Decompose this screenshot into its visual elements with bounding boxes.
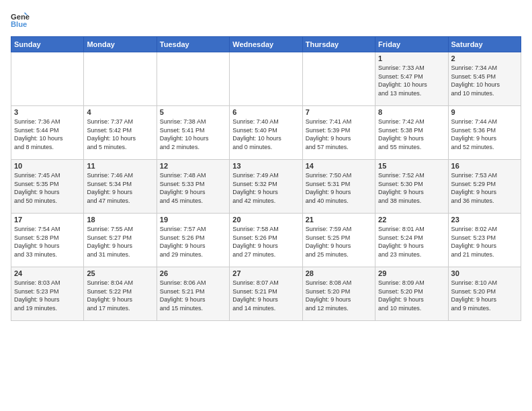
page-container: General Blue SundayMondayTuesdayWednesda… (0, 0, 532, 328)
calendar-week-row: 17Sunrise: 7:54 AM Sunset: 5:28 PM Dayli… (11, 214, 521, 267)
day-number: 25 (87, 269, 153, 277)
day-info: Sunrise: 7:46 AM Sunset: 5:34 PM Dayligh… (87, 171, 153, 205)
day-info: Sunrise: 8:09 AM Sunset: 5:20 PM Dayligh… (378, 279, 445, 312)
day-number: 1 (378, 54, 445, 62)
calendar-cell: 9Sunrise: 7:44 AM Sunset: 5:36 PM Daylig… (448, 106, 521, 160)
page-header: General Blue (11, 11, 521, 30)
calendar-cell (157, 52, 229, 106)
calendar-cell: 27Sunrise: 8:07 AM Sunset: 5:21 PM Dayli… (230, 267, 302, 321)
day-info: Sunrise: 7:52 AM Sunset: 5:30 PM Dayligh… (378, 171, 445, 205)
day-info: Sunrise: 8:08 AM Sunset: 5:20 PM Dayligh… (306, 279, 372, 312)
calendar-cell: 26Sunrise: 8:06 AM Sunset: 5:21 PM Dayli… (157, 267, 229, 321)
calendar-week-row: 1Sunrise: 7:33 AM Sunset: 5:47 PM Daylig… (11, 52, 521, 106)
day-number: 29 (378, 269, 445, 277)
calendar-cell: 10Sunrise: 7:45 AM Sunset: 5:35 PM Dayli… (11, 160, 84, 214)
calendar-cell: 5Sunrise: 7:38 AM Sunset: 5:41 PM Daylig… (157, 106, 229, 160)
calendar-header-row: SundayMondayTuesdayWednesdayThursdayFrid… (11, 37, 521, 52)
day-info: Sunrise: 7:59 AM Sunset: 5:25 PM Dayligh… (306, 225, 372, 259)
calendar-cell: 21Sunrise: 7:59 AM Sunset: 5:25 PM Dayli… (302, 214, 375, 267)
calendar-cell: 7Sunrise: 7:41 AM Sunset: 5:39 PM Daylig… (302, 106, 375, 160)
day-info: Sunrise: 7:49 AM Sunset: 5:32 PM Dayligh… (232, 171, 299, 205)
calendar-cell: 25Sunrise: 8:04 AM Sunset: 5:22 PM Dayli… (84, 267, 157, 321)
day-info: Sunrise: 8:02 AM Sunset: 5:23 PM Dayligh… (451, 225, 518, 259)
calendar-week-row: 3Sunrise: 7:36 AM Sunset: 5:44 PM Daylig… (11, 106, 521, 160)
day-info: Sunrise: 7:42 AM Sunset: 5:38 PM Dayligh… (378, 118, 445, 151)
column-header-wednesday: Wednesday (230, 37, 302, 52)
calendar-cell: 20Sunrise: 7:58 AM Sunset: 5:26 PM Dayli… (230, 214, 302, 267)
calendar-cell: 13Sunrise: 7:49 AM Sunset: 5:32 PM Dayli… (230, 160, 302, 214)
calendar-cell: 17Sunrise: 7:54 AM Sunset: 5:28 PM Dayli… (11, 214, 84, 267)
calendar-week-row: 24Sunrise: 8:03 AM Sunset: 5:23 PM Dayli… (11, 267, 521, 321)
day-number: 4 (87, 108, 153, 116)
calendar-cell: 23Sunrise: 8:02 AM Sunset: 5:23 PM Dayli… (448, 214, 521, 267)
calendar-cell: 1Sunrise: 7:33 AM Sunset: 5:47 PM Daylig… (375, 52, 448, 106)
day-number: 8 (378, 108, 445, 116)
day-number: 24 (14, 269, 81, 277)
day-number: 19 (160, 216, 226, 224)
day-number: 30 (451, 269, 518, 277)
day-info: Sunrise: 7:34 AM Sunset: 5:45 PM Dayligh… (451, 64, 518, 97)
column-header-thursday: Thursday (302, 37, 375, 52)
day-info: Sunrise: 8:06 AM Sunset: 5:21 PM Dayligh… (160, 279, 226, 312)
day-info: Sunrise: 7:44 AM Sunset: 5:36 PM Dayligh… (451, 118, 518, 151)
logo-icon: General Blue (11, 11, 30, 30)
svg-text:Blue: Blue (11, 20, 27, 28)
svg-text:General: General (11, 13, 30, 21)
day-info: Sunrise: 8:10 AM Sunset: 5:20 PM Dayligh… (451, 279, 518, 312)
day-info: Sunrise: 7:50 AM Sunset: 5:31 PM Dayligh… (306, 171, 372, 205)
day-number: 10 (14, 162, 81, 170)
day-number: 13 (232, 162, 299, 170)
calendar-cell: 3Sunrise: 7:36 AM Sunset: 5:44 PM Daylig… (11, 106, 84, 160)
day-number: 12 (160, 162, 226, 170)
day-info: Sunrise: 7:37 AM Sunset: 5:42 PM Dayligh… (87, 118, 153, 151)
day-info: Sunrise: 8:03 AM Sunset: 5:23 PM Dayligh… (14, 279, 81, 312)
calendar-cell: 14Sunrise: 7:50 AM Sunset: 5:31 PM Dayli… (302, 160, 375, 214)
calendar-cell (230, 52, 302, 106)
day-number: 27 (232, 269, 299, 277)
day-number: 11 (87, 162, 153, 170)
calendar-cell: 18Sunrise: 7:55 AM Sunset: 5:27 PM Dayli… (84, 214, 157, 267)
calendar-cell: 2Sunrise: 7:34 AM Sunset: 5:45 PM Daylig… (448, 52, 521, 106)
calendar-cell: 24Sunrise: 8:03 AM Sunset: 5:23 PM Dayli… (11, 267, 84, 321)
day-info: Sunrise: 7:45 AM Sunset: 5:35 PM Dayligh… (14, 171, 81, 205)
day-number: 5 (160, 108, 226, 116)
calendar-cell: 28Sunrise: 8:08 AM Sunset: 5:20 PM Dayli… (302, 267, 375, 321)
day-info: Sunrise: 8:07 AM Sunset: 5:21 PM Dayligh… (232, 279, 299, 312)
calendar-cell: 22Sunrise: 8:01 AM Sunset: 5:24 PM Dayli… (375, 214, 448, 267)
day-info: Sunrise: 7:36 AM Sunset: 5:44 PM Dayligh… (14, 118, 81, 151)
column-header-saturday: Saturday (448, 37, 521, 52)
logo: General Blue (11, 11, 32, 30)
day-number: 2 (451, 54, 518, 62)
calendar-week-row: 10Sunrise: 7:45 AM Sunset: 5:35 PM Dayli… (11, 160, 521, 214)
day-info: Sunrise: 7:57 AM Sunset: 5:26 PM Dayligh… (160, 225, 226, 259)
calendar-table: SundayMondayTuesdayWednesdayThursdayFrid… (11, 36, 521, 321)
day-number: 23 (451, 216, 518, 224)
calendar-cell: 11Sunrise: 7:46 AM Sunset: 5:34 PM Dayli… (84, 160, 157, 214)
day-info: Sunrise: 7:38 AM Sunset: 5:41 PM Dayligh… (160, 118, 226, 151)
day-number: 7 (306, 108, 372, 116)
day-number: 20 (232, 216, 299, 224)
day-info: Sunrise: 7:55 AM Sunset: 5:27 PM Dayligh… (87, 225, 153, 259)
calendar-cell: 4Sunrise: 7:37 AM Sunset: 5:42 PM Daylig… (84, 106, 157, 160)
day-info: Sunrise: 7:53 AM Sunset: 5:29 PM Dayligh… (451, 171, 518, 205)
calendar-cell: 8Sunrise: 7:42 AM Sunset: 5:38 PM Daylig… (375, 106, 448, 160)
calendar-cell: 19Sunrise: 7:57 AM Sunset: 5:26 PM Dayli… (157, 214, 229, 267)
calendar-cell (84, 52, 157, 106)
calendar-cell (11, 52, 84, 106)
day-number: 14 (306, 162, 372, 170)
calendar-cell (302, 52, 375, 106)
day-info: Sunrise: 8:04 AM Sunset: 5:22 PM Dayligh… (87, 279, 153, 312)
day-number: 17 (14, 216, 81, 224)
calendar-cell: 30Sunrise: 8:10 AM Sunset: 5:20 PM Dayli… (448, 267, 521, 321)
column-header-tuesday: Tuesday (157, 37, 229, 52)
day-number: 28 (306, 269, 372, 277)
day-number: 21 (306, 216, 372, 224)
column-header-friday: Friday (375, 37, 448, 52)
calendar-cell: 6Sunrise: 7:40 AM Sunset: 5:40 PM Daylig… (230, 106, 302, 160)
day-info: Sunrise: 7:33 AM Sunset: 5:47 PM Dayligh… (378, 64, 445, 97)
day-number: 15 (378, 162, 445, 170)
calendar-cell: 29Sunrise: 8:09 AM Sunset: 5:20 PM Dayli… (375, 267, 448, 321)
day-info: Sunrise: 7:54 AM Sunset: 5:28 PM Dayligh… (14, 225, 81, 259)
day-number: 6 (232, 108, 299, 116)
day-number: 26 (160, 269, 226, 277)
